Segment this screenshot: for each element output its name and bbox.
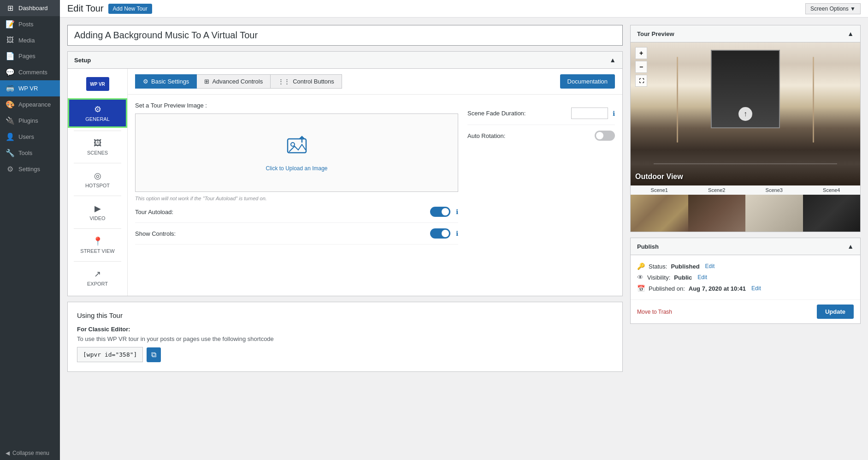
move-to-trash-link[interactable]: Move to Trash bbox=[637, 309, 672, 315]
setup-tab-general[interactable]: ⚙ GENERAL bbox=[68, 98, 127, 128]
basic-settings-tab[interactable]: ⚙ Basic Settings bbox=[135, 74, 197, 89]
sidebar-item-appearance[interactable]: 🎨 Appearance bbox=[0, 96, 60, 113]
published-edit-link[interactable]: Edit bbox=[751, 285, 761, 292]
setup-tab-street-view[interactable]: 📍 STREET VIEW bbox=[68, 232, 127, 258]
settings-right-col: Scene Fade Duration: ℹ Auto Rotation: bbox=[467, 102, 615, 245]
tour-preview-header: Tour Preview ▲ bbox=[631, 25, 860, 42]
update-button[interactable]: Update bbox=[817, 305, 854, 319]
scene-thumb-2[interactable]: Scene2 bbox=[688, 185, 746, 232]
dashboard-icon: ⊞ bbox=[6, 4, 15, 12]
publish-collapse-icon[interactable]: ▲ bbox=[847, 243, 854, 250]
scene2-image bbox=[688, 195, 746, 232]
published-value: Aug 7, 2020 at 10:41 bbox=[689, 285, 746, 292]
advanced-controls-tab[interactable]: ⊞ Advanced Controls bbox=[197, 74, 271, 89]
left-panel: Setup ▲ WP VR ⚙ GENERAL bbox=[67, 25, 623, 453]
preview-bg: ↑ bbox=[631, 42, 860, 185]
auto-rotation-toggle[interactable] bbox=[595, 131, 615, 141]
export-icon: ↗ bbox=[94, 269, 101, 279]
sidebar-item-media[interactable]: 🖼 Media bbox=[0, 32, 60, 48]
screen-options-button[interactable]: Screen Options ▼ bbox=[805, 3, 861, 14]
shortcode-value: [wpvr id="358"] bbox=[77, 347, 143, 362]
tab-divider-2 bbox=[74, 163, 121, 163]
status-icon: 🔑 bbox=[637, 263, 645, 270]
sidebar-item-posts[interactable]: 📝 Posts bbox=[0, 16, 60, 32]
wpvr-logo-text: WP VR bbox=[86, 77, 109, 91]
tools-icon: 🔧 bbox=[6, 149, 15, 157]
sidebar-item-settings[interactable]: ⚙ Settings bbox=[0, 161, 60, 177]
sidebar-item-users[interactable]: 👤 Users bbox=[0, 129, 60, 145]
video-icon: ▶ bbox=[94, 203, 101, 214]
copy-shortcode-button[interactable]: ⧉ bbox=[147, 347, 161, 362]
scene-thumb-3[interactable]: Scene3 bbox=[745, 185, 803, 232]
show-controls-toggle[interactable] bbox=[430, 228, 450, 239]
show-controls-info-icon[interactable]: ℹ bbox=[456, 230, 458, 237]
upload-icon bbox=[285, 134, 308, 161]
setup-collapse-icon[interactable]: ▲ bbox=[609, 56, 616, 64]
publish-box: Publish ▲ 🔑 Status: Published Edit 👁 Vis… bbox=[630, 238, 861, 324]
visibility-edit-link[interactable]: Edit bbox=[697, 274, 707, 281]
status-value: Published bbox=[671, 263, 699, 270]
status-label: Status: bbox=[649, 263, 667, 270]
zoom-in-button[interactable]: + bbox=[635, 47, 647, 59]
publish-date-row: 📅 Published on: Aug 7, 2020 at 10:41 Edi… bbox=[637, 283, 854, 294]
scene-thumbnails: Scene1 Scene2 Scene3 bbox=[631, 185, 860, 232]
tour-preview-collapse-icon[interactable]: ▲ bbox=[847, 30, 854, 37]
tour-title-input[interactable] bbox=[67, 25, 623, 46]
setup-title: Setup bbox=[74, 57, 91, 64]
setup-tab-hotspot[interactable]: ◎ HOTSPOT bbox=[68, 166, 127, 193]
setup-box: Setup ▲ WP VR ⚙ GENERAL bbox=[67, 51, 623, 296]
fullscreen-button[interactable]: ⛶ bbox=[635, 75, 647, 87]
zoom-out-button[interactable]: − bbox=[635, 61, 647, 73]
documentation-button[interactable]: Documentation bbox=[560, 74, 615, 89]
scene-fade-input[interactable] bbox=[571, 108, 608, 119]
image-upload-area[interactable]: Click to Upload an Image bbox=[135, 114, 458, 192]
setup-tab-video[interactable]: ▶ VIDEO bbox=[68, 199, 127, 226]
status-edit-link[interactable]: Edit bbox=[705, 263, 715, 269]
svg-point-1 bbox=[291, 143, 295, 146]
scene-thumb-1[interactable]: Scene1 bbox=[631, 185, 688, 232]
tab-divider-3 bbox=[74, 196, 121, 196]
scenes-icon: 🖼 bbox=[94, 138, 102, 148]
sidebar-item-pages[interactable]: 📄 Pages bbox=[0, 48, 60, 64]
autoload-info-icon[interactable]: ℹ bbox=[456, 208, 458, 215]
add-new-tour-button[interactable]: Add New Tour bbox=[108, 4, 152, 14]
sidebar-item-comments[interactable]: 💬 Comments bbox=[0, 64, 60, 80]
control-buttons-tab[interactable]: ⋮⋮ Control Buttons bbox=[271, 74, 342, 89]
setup-body: WP VR ⚙ GENERAL 🖼 SCENES bbox=[68, 69, 622, 296]
nav-arrow-up[interactable]: ↑ bbox=[738, 107, 752, 121]
settings-tabs-row: ⚙ Basic Settings ⊞ Advanced Controls ⋮⋮ … bbox=[128, 69, 622, 95]
setup-tab-scenes[interactable]: 🖼 SCENES bbox=[68, 134, 127, 160]
settings-gear-icon: ⚙ bbox=[143, 78, 148, 85]
tour-autoload-toggle[interactable] bbox=[430, 207, 450, 217]
hotspot-icon: ◎ bbox=[94, 171, 101, 181]
sidebar-item-tools[interactable]: 🔧 Tools bbox=[0, 145, 60, 161]
scene2-label: Scene2 bbox=[688, 185, 746, 195]
collapse-menu-button[interactable]: ◀ Collapse menu bbox=[0, 446, 60, 460]
publish-body: 🔑 Status: Published Edit 👁 Visibility: P… bbox=[631, 255, 860, 299]
control-icon: ⋮⋮ bbox=[278, 78, 290, 85]
scene-thumb-4[interactable]: Scene4 bbox=[803, 185, 861, 232]
tour-preview-title: Tour Preview bbox=[637, 30, 674, 37]
scene4-label: Scene4 bbox=[803, 185, 861, 195]
media-icon: 🖼 bbox=[6, 36, 15, 44]
preview-controls: + − ⛶ bbox=[635, 47, 647, 87]
scene1-label: Scene1 bbox=[631, 185, 688, 195]
setup-tab-export[interactable]: ↗ EXPORT bbox=[68, 264, 127, 291]
scene3-label: Scene3 bbox=[745, 185, 803, 195]
auto-rotation-label: Auto Rotation: bbox=[467, 132, 590, 139]
wpvr-logo: WP VR bbox=[83, 73, 113, 95]
publish-title: Publish bbox=[637, 243, 659, 250]
published-label: Published on: bbox=[649, 285, 685, 292]
scene-fade-info-icon[interactable]: ℹ bbox=[613, 110, 615, 117]
visibility-icon: 👁 bbox=[637, 274, 644, 281]
content-area: Setup ▲ WP VR ⚙ GENERAL bbox=[60, 18, 868, 460]
posts-icon: 📝 bbox=[6, 20, 15, 29]
sidebar-item-wpvr[interactable]: 🥽 WP VR bbox=[0, 80, 60, 96]
sidebar-item-dashboard[interactable]: ⊞ Dashboard bbox=[0, 0, 60, 16]
shortcode-description: To use this WP VR tour in your posts or … bbox=[77, 335, 613, 342]
page-title: Edit Tour bbox=[67, 3, 104, 14]
wpvr-icon: 🥽 bbox=[6, 84, 15, 93]
right-panel: Tour Preview ▲ ↑ + bbox=[630, 25, 861, 453]
sidebar-item-plugins[interactable]: 🔌 Plugins bbox=[0, 113, 60, 129]
setup-main-content: ⚙ Basic Settings ⊞ Advanced Controls ⋮⋮ … bbox=[128, 69, 622, 296]
